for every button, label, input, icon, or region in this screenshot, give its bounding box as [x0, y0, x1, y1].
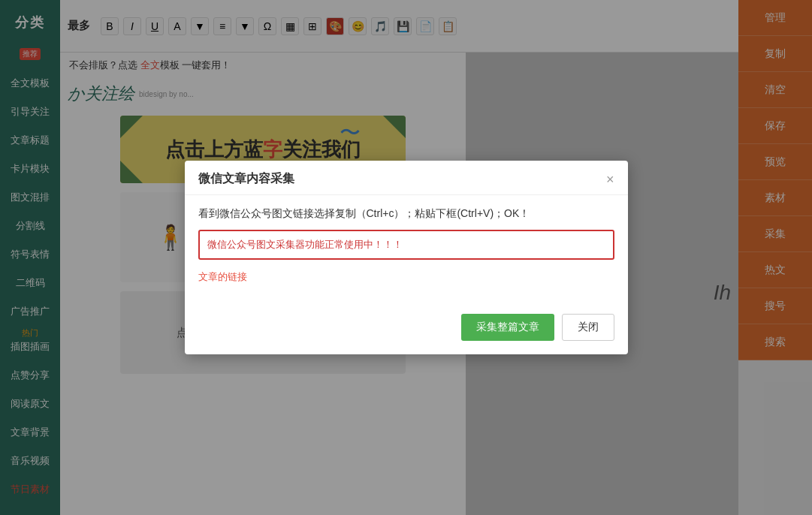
- modal-body: 看到微信公众号图文链接选择复制（Ctrl+c）；粘贴下框(Ctrl+V)；OK！…: [185, 195, 628, 314]
- modal-title: 微信文章内容采集: [198, 171, 294, 187]
- modal-close-button[interactable]: ×: [606, 173, 614, 186]
- close-modal-button[interactable]: 关闭: [562, 314, 614, 341]
- modal-article-link[interactable]: 文章的链接: [198, 270, 614, 284]
- modal-dialog: 微信文章内容采集 × 看到微信公众号图文链接选择复制（Ctrl+c）；粘贴下框(…: [185, 161, 628, 354]
- modal-overlay: 微信文章内容采集 × 看到微信公众号图文链接选择复制（Ctrl+c）；粘贴下框(…: [0, 0, 812, 515]
- modal-url-input[interactable]: [198, 230, 614, 260]
- collect-article-button[interactable]: 采集整篇文章: [461, 314, 554, 341]
- modal-footer: 采集整篇文章 关闭: [185, 314, 628, 354]
- modal-instruction: 看到微信公众号图文链接选择复制（Ctrl+c）；粘贴下框(Ctrl+V)；OK！: [198, 207, 614, 221]
- modal-header: 微信文章内容采集 ×: [185, 161, 628, 195]
